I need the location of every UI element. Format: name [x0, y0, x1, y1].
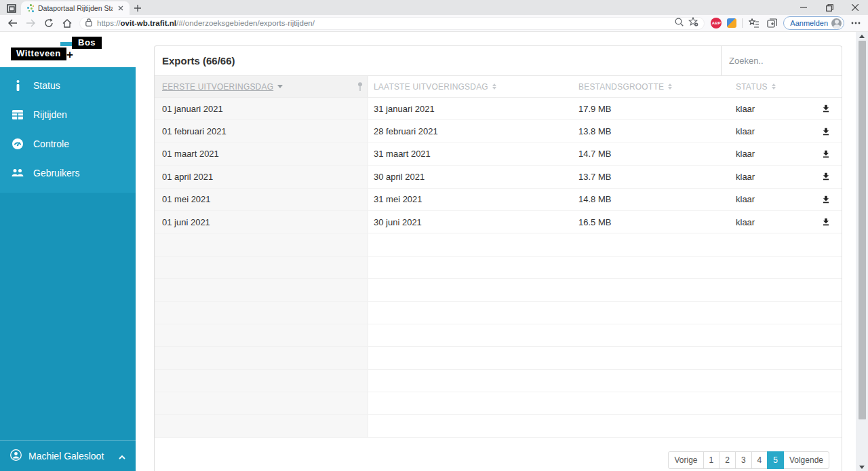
- toolbar-separator: [742, 18, 743, 28]
- sidebar-item-status[interactable]: Status: [0, 71, 136, 100]
- cell-eerste: 01 maart 2021: [155, 143, 368, 165]
- lock-icon[interactable]: [85, 17, 92, 29]
- adblock-extension-icon[interactable]: ABP: [711, 18, 722, 29]
- column-header-bestandsgrootte[interactable]: BESTANDSGROOTTE: [573, 76, 729, 97]
- column-header-eerste-uitvoeringsdag[interactable]: EERSTE UITVOERINGSDAG: [155, 76, 368, 97]
- scrollbar-thumb[interactable]: [859, 41, 866, 419]
- pin-icon[interactable]: [357, 82, 363, 94]
- logo-witteveen-text: Witteveen: [11, 48, 66, 60]
- logo-bos-text: Bos: [72, 37, 102, 49]
- pagination-page-4[interactable]: 4: [751, 451, 768, 469]
- sidebar-item-label: Controle: [33, 138, 69, 149]
- browser-tab[interactable]: Dataportaal Rijtijden Stadsregio: [21, 1, 130, 15]
- cell-laatste: 31 januari 2021: [368, 98, 573, 119]
- cell-grootte: 13.7 MB: [573, 166, 729, 187]
- cell-grootte: 14.7 MB: [573, 143, 729, 165]
- cell-status: klaar: [729, 98, 810, 119]
- table-row: 01 februari 2021 28 februari 2021 13.8 M…: [155, 120, 842, 143]
- empty-table-row: [155, 415, 842, 437]
- main-content: Exports (66/66) EERSTE UITVOERINGSDAG LA…: [136, 32, 868, 471]
- empty-table-row: [155, 392, 842, 415]
- window-restore-button[interactable]: [816, 0, 842, 15]
- cell-status: klaar: [729, 189, 810, 210]
- empty-table-row: [155, 302, 842, 324]
- extension-icon[interactable]: [727, 18, 736, 28]
- home-icon[interactable]: [61, 17, 73, 29]
- users-icon: [12, 168, 24, 177]
- window-minimize-button[interactable]: [791, 0, 816, 15]
- download-icon[interactable]: [818, 147, 833, 162]
- column-header-laatste-uitvoeringsdag[interactable]: LAATSTE UITVOERINGSDAG: [368, 76, 573, 97]
- tab-close-icon[interactable]: [116, 3, 125, 13]
- download-icon[interactable]: [818, 169, 833, 184]
- cell-grootte: 13.8 MB: [573, 120, 729, 142]
- cell-status: klaar: [729, 211, 810, 233]
- download-icon[interactable]: [818, 192, 833, 207]
- pagination-page-3[interactable]: 3: [735, 451, 752, 469]
- pagination-page-2[interactable]: 2: [719, 451, 736, 469]
- table-row: 01 maart 2021 31 maart 2021 14.7 MB klaa…: [155, 143, 842, 166]
- logo-plus-text: +: [66, 48, 73, 62]
- zoom-icon[interactable]: [675, 17, 684, 29]
- download-icon[interactable]: [818, 101, 833, 116]
- search-box: [721, 46, 842, 75]
- refresh-icon[interactable]: [43, 17, 55, 29]
- column-header-status[interactable]: STATUS: [729, 76, 810, 97]
- sidebar-item-label: Status: [33, 80, 60, 91]
- cell-eerste: 01 april 2021: [155, 166, 368, 187]
- sidebar-user-menu[interactable]: Machiel Galesloot: [0, 440, 136, 471]
- cell-status: klaar: [729, 120, 810, 142]
- address-bar[interactable]: https://ovit-wb.trafit.nl/#/onderzoeksge…: [79, 17, 705, 30]
- cell-eerste: 01 mei 2021: [155, 189, 368, 210]
- pagination-prev-button[interactable]: Vorige: [668, 451, 703, 469]
- forward-icon[interactable]: [24, 17, 37, 29]
- table-body: 01 januari 2021 31 januari 2021 17.9 MB …: [155, 98, 842, 438]
- favorite-star-icon[interactable]: [688, 17, 698, 29]
- pagination-page-1[interactable]: 1: [703, 451, 720, 469]
- browser-toolbar: https://ovit-wb.trafit.nl/#/onderzoeksge…: [0, 15, 868, 32]
- pagination-page-5-active[interactable]: 5: [767, 451, 784, 469]
- settings-more-icon[interactable]: [850, 17, 862, 29]
- favorites-hub-icon[interactable]: [748, 17, 760, 29]
- table-row: 01 juni 2021 30 juni 2021 16.5 MB klaar: [155, 211, 842, 233]
- table-icon: [12, 110, 24, 119]
- signin-button[interactable]: Aanmelden: [783, 16, 844, 30]
- back-icon[interactable]: [6, 17, 18, 29]
- pagination-next-button[interactable]: Volgende: [783, 451, 829, 469]
- empty-table-row: [155, 347, 842, 369]
- cell-status: klaar: [729, 166, 810, 187]
- download-icon[interactable]: [818, 124, 833, 139]
- column-header-download: [810, 76, 842, 97]
- sidebar-item-controle[interactable]: Controle: [0, 129, 136, 158]
- new-tab-button[interactable]: [130, 1, 146, 15]
- scrollbar-up-icon[interactable]: [856, 32, 868, 40]
- sort-both-icon: [492, 83, 496, 90]
- tab-actions-menu-icon[interactable]: [3, 1, 20, 15]
- cell-grootte: 14.8 MB: [573, 189, 729, 210]
- info-icon: [12, 80, 24, 91]
- empty-table-row: [155, 324, 842, 347]
- empty-table-row: [155, 257, 842, 279]
- download-icon[interactable]: [818, 214, 833, 229]
- sidebar-nav: Status Rijtijden Controle Gebruikers: [0, 67, 136, 193]
- cell-eerste: 01 juni 2021: [155, 211, 368, 233]
- sidebar-item-gebruikers[interactable]: Gebruikers: [0, 158, 136, 187]
- sidebar-item-rijtijden[interactable]: Rijtijden: [0, 100, 136, 129]
- collections-icon[interactable]: [766, 17, 778, 29]
- cell-laatste: 31 mei 2021: [368, 189, 573, 210]
- cell-laatste: 28 februari 2021: [368, 120, 573, 142]
- search-input[interactable]: [722, 56, 842, 66]
- signin-label: Aanmelden: [790, 19, 828, 27]
- site-favicon-icon: [26, 4, 35, 12]
- cell-eerste: 01 februari 2021: [155, 120, 368, 142]
- scrollbar-down-icon[interactable]: [856, 463, 868, 471]
- cell-grootte: 17.9 MB: [573, 98, 729, 119]
- window-close-button[interactable]: [842, 0, 868, 15]
- profile-avatar-icon: [831, 18, 842, 29]
- sidebar: Bos + Witteveen Status Rijtijden: [0, 32, 136, 471]
- user-name: Machiel Galesloot: [28, 451, 104, 461]
- company-logo: Bos + Witteveen: [0, 32, 136, 67]
- empty-table-row: [155, 279, 842, 301]
- url-text: https://ovit-wb.trafit.nl/#/onderzoeksge…: [97, 19, 670, 27]
- page-scrollbar[interactable]: [856, 32, 868, 471]
